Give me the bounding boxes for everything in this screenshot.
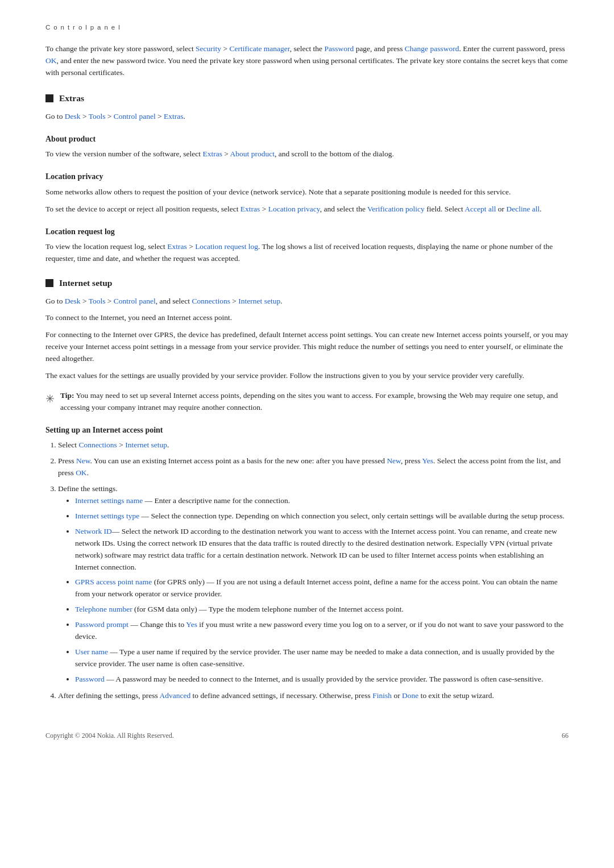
setting-internet-settings-type: Internet settings type — Select the conn…: [75, 510, 569, 522]
new-link-step2b[interactable]: New: [387, 456, 401, 465]
footer-copyright: Copyright © 2004 Nokia. All Rights Reser…: [45, 730, 174, 741]
extras-heading-icon: [45, 94, 53, 102]
advanced-link[interactable]: Advanced: [159, 691, 190, 700]
internet-settings-type-link[interactable]: Internet settings type: [75, 512, 139, 520]
about-product-link[interactable]: About product: [230, 149, 275, 158]
location-privacy-link[interactable]: Location privacy: [268, 205, 320, 213]
location-request-log-para: To view the location request log, select…: [45, 241, 569, 265]
internet-setup-link-step1[interactable]: Internet setup: [125, 441, 167, 449]
finish-link[interactable]: Finish: [372, 691, 392, 700]
network-id-link[interactable]: Network ID: [75, 527, 112, 535]
setting-network-id: Network ID— Select the network ID accord…: [75, 526, 569, 574]
accept-all-link[interactable]: Accept all: [464, 205, 496, 213]
internet-setup-heading: Internet setup: [45, 276, 569, 290]
decline-all-link[interactable]: Decline all: [506, 205, 540, 213]
telephone-number-link[interactable]: Telephone number: [75, 605, 132, 613]
step-1: Select Connections > Internet setup.: [58, 439, 569, 451]
user-name-link[interactable]: User name: [75, 647, 108, 656]
setting-gprs-access-point-name: GPRS access point name (for GPRS only) —…: [75, 576, 569, 600]
extras-link-extras[interactable]: Extras: [164, 112, 184, 121]
password-prompt-link[interactable]: Password prompt: [75, 620, 128, 629]
internet-setup-para2: For connecting to the Internet over GPRS…: [45, 329, 569, 365]
extras-link-log[interactable]: Extras: [167, 242, 187, 251]
password-link-settings[interactable]: Password: [75, 675, 105, 683]
password-link[interactable]: Password: [324, 44, 354, 53]
internet-setup-link-inet[interactable]: Internet setup: [238, 297, 280, 305]
extras-link-about[interactable]: Extras: [202, 149, 222, 158]
tip-text: Tip: You may need to set up several Inte…: [60, 390, 569, 414]
yes-link-step2[interactable]: Yes: [422, 456, 433, 465]
step-4: After defining the settings, press Advan…: [58, 690, 569, 702]
control-panel-link-extras[interactable]: Control panel: [114, 112, 156, 121]
setting-user-name: User name — Type a user name if required…: [75, 646, 569, 670]
extras-nav: Go to Desk > Tools > Control panel > Ext…: [45, 111, 569, 123]
desk-link-extras[interactable]: Desk: [65, 112, 81, 121]
extras-link-loc[interactable]: Extras: [240, 205, 260, 213]
location-privacy-heading: Location privacy: [45, 171, 569, 183]
yes-link-password-prompt[interactable]: Yes: [186, 620, 197, 629]
change-password-link[interactable]: Change password: [405, 44, 459, 53]
intro-text1: To change the private key store password…: [45, 44, 196, 53]
intro-paragraph: To change the private key store password…: [45, 43, 569, 79]
setting-internet-settings-name: Internet settings name — Enter a descrip…: [75, 495, 569, 507]
internet-setup-nav: Go to Desk > Tools > Control panel, and …: [45, 296, 569, 308]
done-link[interactable]: Done: [402, 691, 418, 700]
location-request-log-link[interactable]: Location request log: [195, 242, 258, 251]
control-panel-link-inet[interactable]: Control panel: [114, 297, 156, 305]
connections-link-step1[interactable]: Connections: [78, 441, 117, 449]
internet-setup-para1: To connect to the Internet, you need an …: [45, 312, 569, 324]
tools-link-extras[interactable]: Tools: [89, 112, 106, 121]
about-product-para: To view the version number of the softwa…: [45, 148, 569, 160]
security-link[interactable]: Security: [196, 44, 221, 53]
footer: Copyright © 2004 Nokia. All Rights Reser…: [45, 730, 569, 741]
gprs-access-point-link[interactable]: GPRS access point name: [75, 578, 152, 586]
step-2: Press New. You can use an existing Inter…: [58, 455, 569, 479]
connections-link-inet[interactable]: Connections: [192, 297, 230, 305]
extras-heading: Extras: [45, 92, 569, 105]
internet-setup-para3: The exact values for the settings are us…: [45, 370, 569, 382]
location-privacy-para1: Some networks allow others to request th…: [45, 186, 569, 198]
setting-password-prompt: Password prompt — Change this to Yes if …: [75, 619, 569, 643]
location-request-log-heading: Location request log: [45, 226, 569, 238]
setting-password: Password — A password may be needed to c…: [75, 674, 569, 686]
internet-setup-heading-label: Internet setup: [59, 276, 112, 290]
setup-steps-list: Select Connections > Internet setup. Pre…: [58, 439, 569, 702]
setting-up-heading: Setting up an Internet access point: [45, 424, 569, 437]
about-product-heading: About product: [45, 133, 569, 146]
extras-heading-label: Extras: [59, 92, 84, 105]
new-link-step2a[interactable]: New: [76, 456, 90, 465]
tip-icon: ✳: [45, 391, 55, 407]
desk-link-inet[interactable]: Desk: [65, 297, 81, 305]
location-privacy-para2: To set the device to accept or reject al…: [45, 203, 569, 215]
internet-settings-name-link[interactable]: Internet settings name: [75, 496, 143, 505]
ok-link-intro[interactable]: OK: [45, 56, 57, 65]
tip-box: ✳ Tip: You may need to set up several In…: [45, 390, 569, 414]
footer-page-number: 66: [562, 730, 569, 741]
settings-list: Internet settings name — Enter a descrip…: [75, 495, 569, 686]
tools-link-inet[interactable]: Tools: [89, 297, 106, 305]
breadcrumb: C o n t r o l p a n e l: [45, 23, 569, 33]
certificate-manager-link[interactable]: Certificate manager: [229, 44, 289, 53]
ok-link-step2[interactable]: OK: [76, 468, 87, 477]
verification-policy-link[interactable]: Verification policy: [367, 205, 425, 213]
setting-telephone-number: Telephone number (for GSM data only) — T…: [75, 604, 569, 616]
step-3: Define the settings. Internet settings n…: [58, 483, 569, 686]
internet-setup-heading-icon: [45, 279, 53, 287]
